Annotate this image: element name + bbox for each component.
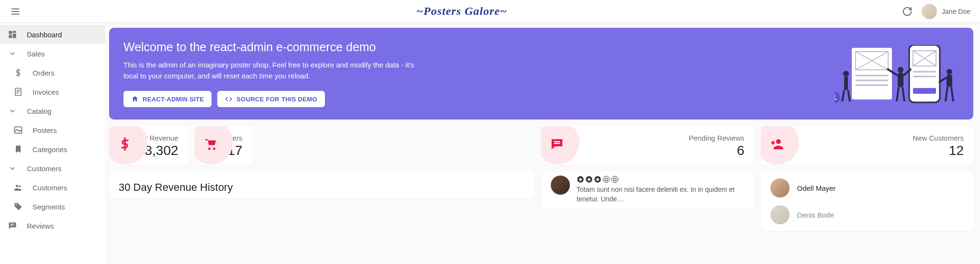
review-item[interactable]: Totam sunt non nisi facere deleniti ex. … (541, 172, 754, 204)
sidebar-item-customers[interactable]: Customers (0, 178, 105, 197)
source-demo-button[interactable]: SOURCE FOR THIS DEMO (217, 91, 325, 107)
new-customers-column: New Customers 12 Odell Mayer Denis Bode (761, 126, 974, 231)
sidebar-item-label: Categories (33, 145, 67, 154)
chevron-down-icon (7, 49, 18, 58)
stat-new-customers[interactable]: New Customers 12 (761, 126, 974, 165)
home-icon (131, 95, 139, 103)
customer-item[interactable]: Denis Bode (761, 201, 974, 228)
image-icon (12, 125, 24, 135)
stat-label: New Customers (770, 134, 964, 142)
svg-line-41 (902, 87, 904, 101)
customer-item[interactable]: Odell Mayer (761, 175, 974, 201)
person-add-icon (769, 137, 784, 151)
user-name-label: Jane Doe (942, 8, 970, 15)
button-label: SOURCE FOR THIS DEMO (236, 96, 317, 103)
pending-reviews-column: Pending Reviews 6 (541, 126, 754, 231)
stat-pair-left: Monthly Revenue US$3,302 New Orders 17 (109, 126, 535, 165)
customer-avatar (770, 178, 790, 198)
chevron-down-icon (7, 107, 18, 115)
sidebar-item-customers-group[interactable]: Customers (0, 159, 105, 178)
sidebar-item-label: Dashboard (27, 31, 62, 39)
sidebar: Dashboard Sales Orders Invoices Catalog (0, 23, 105, 264)
sidebar-item-label: Catalog (27, 107, 52, 115)
bookmark-icon (12, 144, 24, 154)
code-icon (225, 95, 233, 103)
sidebar-item-label: Customers (33, 184, 67, 192)
sidebar-item-sales[interactable]: Sales (0, 44, 105, 63)
people-icon (12, 183, 24, 192)
layout: Dashboard Sales Orders Invoices Catalog (0, 23, 980, 264)
svg-rect-3 (9, 31, 12, 34)
comment-icon (550, 137, 564, 151)
welcome-hero: Welcome to the react-admin e-commerce de… (109, 28, 973, 120)
sidebar-item-categories[interactable]: Categories (0, 140, 105, 159)
stat-label: Pending Reviews (551, 134, 745, 142)
svg-line-40 (897, 87, 899, 101)
sidebar-item-label: Sales (27, 50, 45, 58)
appbar: ~Posters Galore~ Jane Doe (0, 0, 980, 23)
svg-rect-4 (13, 31, 16, 33)
svg-point-15 (16, 204, 17, 206)
dollar-icon (118, 137, 132, 151)
chat-icon (7, 221, 18, 231)
star-empty-icon (611, 176, 619, 183)
svg-rect-39 (898, 73, 903, 87)
sidebar-item-reviews[interactable]: Reviews (0, 216, 105, 235)
sidebar-item-catalog[interactable]: Catalog (0, 101, 105, 121)
svg-rect-33 (844, 77, 848, 90)
refresh-button[interactable] (899, 3, 916, 20)
left-column: Monthly Revenue US$3,302 New Orders 17 3… (109, 126, 535, 231)
sidebar-item-invoices[interactable]: Invoices (0, 82, 105, 101)
svg-point-59 (776, 139, 780, 144)
star-filled-icon (594, 176, 601, 183)
cart-icon (203, 137, 218, 151)
main-content: Welcome to the react-admin e-commerce de… (105, 23, 980, 264)
hamburger-icon (10, 6, 21, 17)
dashboard-row: Monthly Revenue US$3,302 New Orders 17 3… (109, 126, 973, 231)
sidebar-item-segments[interactable]: Segments (0, 197, 105, 216)
button-label: REACT-ADMIN SITE (143, 96, 204, 103)
review-body: Totam sunt non nisi facere deleniti ex. … (577, 176, 745, 204)
sidebar-item-dashboard[interactable]: Dashboard (0, 25, 105, 44)
user-avatar (922, 4, 937, 19)
star-filled-icon (577, 176, 584, 183)
refresh-icon (902, 6, 913, 17)
svg-point-36 (835, 92, 840, 103)
sidebar-item-posters[interactable]: Posters (0, 121, 105, 140)
stat-value: 6 (551, 143, 745, 158)
menu-toggle-button[interactable] (6, 2, 25, 21)
review-rating (577, 176, 745, 183)
stat-pending-reviews[interactable]: Pending Reviews 6 (541, 126, 754, 165)
new-customers-list: Odell Mayer Denis Bode (761, 172, 974, 231)
stat-monthly-revenue[interactable]: Monthly Revenue US$3,302 (109, 126, 188, 165)
svg-rect-6 (9, 35, 12, 38)
stat-value: 12 (770, 143, 964, 158)
dashboard-icon (7, 30, 18, 39)
sidebar-item-label: Posters (33, 126, 57, 134)
customer-avatar (770, 205, 790, 224)
sidebar-item-label: Reviews (27, 222, 54, 230)
reviewer-avatar (551, 176, 570, 195)
svg-point-14 (19, 185, 21, 187)
dollar-icon (12, 68, 24, 77)
hero-text: Welcome to the react-admin e-commerce de… (123, 40, 823, 107)
invoice-icon (12, 87, 24, 97)
star-filled-icon (585, 176, 593, 183)
star-empty-icon (602, 176, 610, 183)
hero-body: This is the admin of an imaginary poster… (123, 60, 430, 81)
user-menu[interactable]: Jane Doe (922, 4, 970, 19)
svg-point-51 (213, 148, 215, 150)
hero-title: Welcome to the react-admin e-commerce de… (123, 40, 823, 54)
react-admin-site-button[interactable]: REACT-ADMIN SITE (123, 91, 212, 107)
svg-point-13 (16, 185, 18, 187)
svg-rect-45 (947, 75, 952, 87)
svg-point-44 (947, 69, 952, 75)
tag-icon (12, 202, 24, 211)
svg-line-47 (946, 87, 947, 101)
chevron-down-icon (7, 164, 18, 173)
review-text: Totam sunt non nisi facere deleniti ex. … (577, 186, 735, 203)
svg-point-38 (898, 67, 903, 73)
sidebar-item-orders[interactable]: Orders (0, 63, 105, 82)
stat-new-orders[interactable]: New Orders 17 (195, 126, 252, 165)
svg-line-35 (848, 90, 850, 101)
